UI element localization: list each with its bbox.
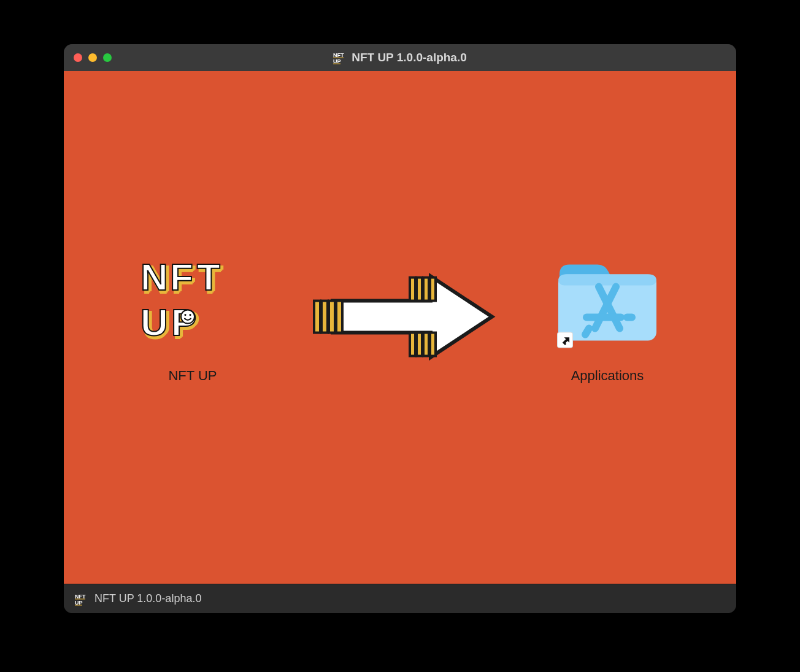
svg-text:N: N [140, 256, 168, 298]
svg-rect-30 [329, 301, 335, 333]
title-center: NFT UP NFT UP 1.0.0-alpha.0 [333, 51, 467, 64]
alias-arrow-icon [557, 332, 573, 348]
svg-rect-32 [410, 278, 415, 301]
applications-label: Applications [571, 368, 644, 384]
applications-folder-icon[interactable] [552, 250, 663, 354]
applications-item: Applications [552, 250, 663, 384]
window-controls [74, 44, 112, 71]
statusbar: NFT UP NFT UP 1.0.0-alpha.0 [64, 584, 736, 613]
svg-rect-28 [314, 301, 320, 333]
window-title: NFT UP 1.0.0-alpha.0 [352, 51, 467, 64]
close-button[interactable] [74, 53, 82, 62]
app-label: NFT UP [168, 368, 217, 384]
minimize-button[interactable] [88, 53, 97, 62]
svg-text:T: T [197, 256, 220, 298]
svg-rect-41 [558, 275, 656, 286]
app-item: NFT NFT NFT NFT UP UP [137, 250, 248, 384]
dmg-background: NFT NFT NFT NFT UP UP [64, 71, 736, 584]
svg-rect-29 [321, 301, 328, 333]
installer-window: NFT UP NFT UP 1.0.0-alpha.0 [64, 44, 736, 613]
drag-arrow-icon [302, 262, 498, 372]
svg-point-26 [184, 314, 186, 316]
svg-point-25 [181, 310, 194, 324]
svg-rect-31 [336, 301, 342, 333]
svg-rect-39 [430, 333, 436, 356]
svg-text:U: U [140, 301, 168, 343]
svg-rect-35 [430, 278, 436, 301]
svg-rect-38 [423, 333, 429, 356]
zoom-button[interactable] [103, 53, 112, 62]
svg-text:F: F [170, 256, 193, 298]
nft-up-icon: NFT UP [75, 592, 88, 606]
nft-up-app-icon[interactable]: NFT NFT NFT NFT UP UP [137, 250, 248, 354]
svg-line-46 [585, 329, 589, 335]
svg-rect-36 [410, 333, 415, 356]
statusbar-text: NFT UP 1.0.0-alpha.0 [94, 592, 201, 605]
svg-rect-34 [423, 278, 429, 301]
svg-point-27 [189, 314, 191, 316]
nft-up-icon: NFT UP [333, 51, 347, 64]
svg-rect-33 [417, 278, 422, 301]
svg-rect-37 [417, 333, 422, 356]
titlebar[interactable]: NFT UP NFT UP 1.0.0-alpha.0 [64, 44, 736, 71]
